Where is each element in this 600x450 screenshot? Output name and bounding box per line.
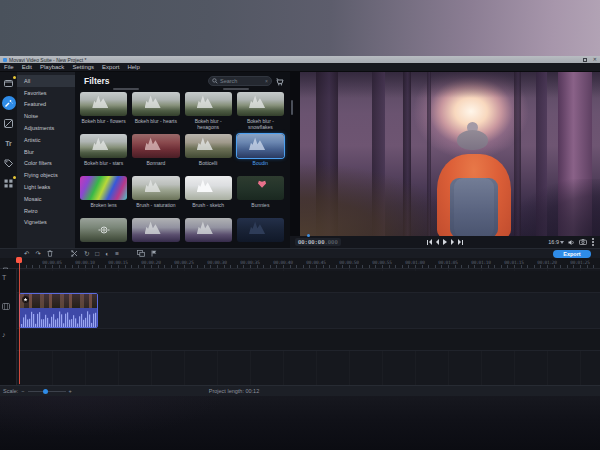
zoom-in-icon[interactable]: + <box>69 388 72 394</box>
clear-search-icon[interactable]: × <box>265 78 268 84</box>
playhead-line <box>19 258 20 384</box>
skip-forward-button[interactable] <box>458 239 463 245</box>
status-bar: Scale: − + Project length: 00:12 <box>0 385 600 396</box>
media-tab[interactable] <box>2 76 16 90</box>
category-all[interactable]: All <box>17 75 75 87</box>
video-track[interactable] <box>17 292 600 329</box>
titles-tab[interactable]: Tr <box>2 136 16 150</box>
video-track-icon <box>2 303 10 311</box>
color-adjustments-button[interactable]: ◐ <box>105 250 109 257</box>
title-track[interactable] <box>17 271 600 292</box>
playhead-handle[interactable] <box>16 257 22 263</box>
snapshot-camera-icon[interactable] <box>579 239 587 245</box>
play-button[interactable] <box>443 239 447 245</box>
scale-label: Scale: <box>3 388 18 394</box>
aspect-ratio-select[interactable]: 16:9 <box>548 239 564 245</box>
undo-button[interactable]: ↶ <box>24 250 29 257</box>
category-blur[interactable]: Blur <box>17 146 75 158</box>
category-color-filters[interactable]: Color filters <box>17 158 75 170</box>
search-input[interactable]: Search × <box>208 76 272 86</box>
zoom-out-icon[interactable]: − <box>21 388 24 394</box>
category-light-leaks[interactable]: Light leaks <box>17 181 75 193</box>
delete-button[interactable] <box>47 250 53 257</box>
filter-item[interactable]: Boudin <box>237 134 284 172</box>
close-button[interactable]: ✕ <box>593 57 597 62</box>
filter-item[interactable] <box>132 218 179 248</box>
timeline-ruler[interactable]: 00:00:0500:00:1000:00:1500:00:2000:00:25… <box>0 258 600 269</box>
category-adjustments[interactable]: Adjustments <box>17 122 75 134</box>
filter-item[interactable]: Bokeh blur - hexagons <box>185 92 232 130</box>
filter-item[interactable] <box>80 218 127 248</box>
filter-item[interactable] <box>185 218 232 248</box>
filter-item[interactable]: Bokeh blur - flowers <box>80 92 127 130</box>
menu-item-playback[interactable]: Playback <box>40 64 64 70</box>
export-button[interactable]: Export <box>553 250 591 258</box>
preview-video <box>300 72 600 236</box>
ruler-time-label: 00:00:20 <box>138 260 164 265</box>
frame-forward-button[interactable] <box>451 239 454 245</box>
crop-button[interactable]: □ <box>95 250 99 257</box>
category-featured[interactable]: Featured <box>17 99 75 111</box>
ruler-time-label: 00:00:25 <box>171 260 197 265</box>
menu-item-edit[interactable]: Edit <box>22 64 32 70</box>
category-vignettes[interactable]: Vignettes <box>17 217 75 229</box>
volume-icon[interactable] <box>568 239 575 246</box>
rotate-button[interactable]: ↻ <box>84 250 89 257</box>
scrollbar-thumb[interactable] <box>291 100 293 115</box>
filter-thumbnail <box>185 218 232 242</box>
effects-store-icon[interactable] <box>276 72 284 90</box>
title-track-icon: T <box>2 274 6 281</box>
stickers-tab[interactable] <box>2 156 16 170</box>
applied-filter-star-icon <box>22 296 29 303</box>
menu-item-export[interactable]: Export <box>102 64 119 70</box>
audio-track[interactable] <box>17 329 600 351</box>
video-clip[interactable] <box>19 293 98 328</box>
filter-item[interactable]: Bokeh blur - hearts <box>132 92 179 130</box>
ruler-time-label: 00:01:05 <box>435 260 461 265</box>
filter-item[interactable]: Bokeh blur - stars <box>80 134 127 172</box>
tool-rail: Tr <box>0 72 17 248</box>
menu-item-file[interactable]: File <box>4 64 14 70</box>
filter-label: Brush - sketch <box>185 202 232 214</box>
filter-item[interactable]: Bokeh blur - snowflakes <box>237 92 284 130</box>
category-mosaic[interactable]: Mosaic <box>17 193 75 205</box>
filters-tab[interactable] <box>2 96 16 110</box>
maximize-button[interactable] <box>583 58 587 62</box>
filter-thumbnail <box>80 92 127 116</box>
redo-button[interactable]: ↷ <box>35 250 40 257</box>
ruler-time-label: 00:01:00 <box>402 260 428 265</box>
frame-back-button[interactable] <box>436 239 439 245</box>
filter-item[interactable] <box>237 218 284 248</box>
filter-item[interactable]: Brush - saturation <box>132 176 179 214</box>
slider-knob[interactable] <box>43 389 48 394</box>
filter-item[interactable]: Brush - sketch <box>185 176 232 214</box>
transitions-tab[interactable] <box>2 116 16 130</box>
timeline-zoom-slider[interactable] <box>28 391 66 392</box>
category-flying-objects[interactable]: Flying objects <box>17 169 75 181</box>
menu-item-settings[interactable]: Settings <box>72 64 94 70</box>
category-retro[interactable]: Retro <box>17 205 75 217</box>
category-noise[interactable]: Noise <box>17 110 75 122</box>
titles-icon: Tr <box>5 140 12 147</box>
category-favorites[interactable]: Favorites <box>17 87 75 99</box>
marker-flag-button[interactable] <box>151 250 157 257</box>
ruler-time-label: 00:00:55 <box>369 260 395 265</box>
category-artistic[interactable]: Artistic <box>17 134 75 146</box>
timeline-tracks: T ♪ <box>0 269 600 385</box>
overlay-button[interactable] <box>137 250 145 257</box>
skip-back-button[interactable] <box>427 239 432 245</box>
clip-properties-button[interactable]: ≡ <box>115 250 119 257</box>
preview-panel: 00:00:00.000 16:9 <box>290 72 600 248</box>
menu-item-help[interactable]: Help <box>127 64 139 70</box>
filter-label: Bokeh blur - flowers <box>80 118 127 130</box>
filter-item[interactable]: Bunnies <box>237 176 284 214</box>
cut-button[interactable] <box>71 250 78 257</box>
audio-track-icon: ♪ <box>2 331 6 338</box>
more-options-icon[interactable] <box>592 241 594 243</box>
clip-filmstrip <box>20 294 97 308</box>
filter-item[interactable]: Broken lens <box>80 176 127 214</box>
chevron-down-icon <box>560 241 564 244</box>
more-tools-tab[interactable] <box>2 176 16 190</box>
filter-item[interactable]: Botticelli <box>185 134 232 172</box>
filter-item[interactable]: Bonnard <box>132 134 179 172</box>
